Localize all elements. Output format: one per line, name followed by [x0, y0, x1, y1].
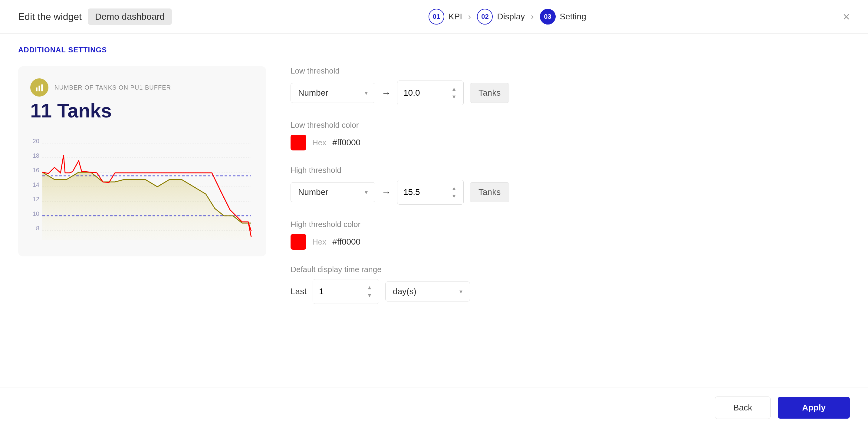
- low-threshold-color-label: Low threshold color: [290, 120, 850, 130]
- low-threshold-label: Low threshold: [290, 66, 850, 76]
- arrow-icon-1: ›: [468, 12, 471, 22]
- low-threshold-type-dropdown[interactable]: Number ▾: [290, 83, 375, 103]
- high-threshold-group: High threshold Number ▾ → ▲ ▼ Tanks: [290, 165, 850, 205]
- step-kpi[interactable]: 01 KPI: [429, 9, 462, 25]
- svg-rect-1: [39, 86, 40, 91]
- time-range-value-input[interactable]: ▲ ▼: [313, 279, 379, 304]
- svg-marker-17: [42, 172, 251, 240]
- step-circle-kpi: 01: [429, 9, 444, 25]
- time-range-row: Last ▲ ▼ day(s) ▾: [290, 279, 850, 304]
- chevron-down-icon-2: ▾: [365, 189, 368, 196]
- chart-svg: 20 18 16 14 12 10 8: [30, 128, 254, 243]
- chart-subtitle: NUMBER OF TANKS ON PU1 BUFFER: [55, 84, 171, 91]
- arrow-icon-2: ›: [531, 12, 534, 22]
- main-content: ADDITIONAL SETTINGS NUMBER OF TANKS ON P…: [0, 34, 868, 316]
- chart-header: NUMBER OF TANKS ON PU1 BUFFER: [30, 79, 254, 97]
- step-setting[interactable]: 03 Setting: [540, 9, 586, 25]
- arrow-right-icon: →: [381, 88, 391, 99]
- high-threshold-up-btn[interactable]: ▲: [451, 185, 457, 192]
- low-threshold-hex-label: Hex: [312, 138, 326, 147]
- low-threshold-row: Number ▾ → ▲ ▼ Tanks: [290, 81, 850, 105]
- chevron-down-icon-3: ▾: [459, 288, 462, 295]
- svg-text:10: 10: [33, 210, 39, 217]
- svg-text:20: 20: [33, 138, 39, 144]
- footer: Back Apply: [0, 387, 868, 428]
- chart-value: 11 Tanks: [30, 99, 254, 122]
- dashboard-badge[interactable]: Demo dashboard: [88, 8, 172, 25]
- low-threshold-color-swatch[interactable]: [290, 135, 306, 150]
- last-label: Last: [290, 287, 307, 296]
- time-range-spin: ▲ ▼: [366, 284, 373, 299]
- high-threshold-down-btn[interactable]: ▼: [451, 193, 457, 200]
- stepper: 01 KPI › 02 Display › 03 Setting: [429, 9, 586, 25]
- apply-button[interactable]: Apply: [778, 397, 850, 419]
- step-circle-display: 02: [477, 9, 493, 25]
- high-threshold-type-dropdown[interactable]: Number ▾: [290, 182, 375, 202]
- bar-chart-icon: [35, 83, 44, 92]
- low-threshold-value-input[interactable]: ▲ ▼: [397, 81, 464, 105]
- high-threshold-spin: ▲ ▼: [451, 185, 457, 200]
- edit-label: Edit the widget: [18, 11, 82, 22]
- back-button[interactable]: Back: [715, 397, 771, 419]
- high-threshold-value-input[interactable]: ▲ ▼: [397, 180, 464, 205]
- step-label-setting: Setting: [560, 12, 586, 22]
- low-threshold-up-btn[interactable]: ▲: [451, 86, 457, 92]
- high-threshold-row: Number ▾ → ▲ ▼ Tanks: [290, 180, 850, 205]
- header: Edit the widget Demo dashboard 01 KPI › …: [0, 0, 868, 34]
- time-range-label: Default display time range: [290, 265, 850, 274]
- low-threshold-color-group: Low threshold color Hex #ff0000: [290, 120, 850, 150]
- chart-icon: [30, 79, 49, 97]
- low-threshold-input-field[interactable]: [403, 88, 443, 98]
- chart-svg-wrapper: 20 18 16 14 12 10 8: [30, 128, 254, 244]
- step-label-kpi: KPI: [448, 12, 462, 22]
- step-circle-setting: 03: [540, 9, 556, 25]
- high-threshold-color-row: Hex #ff0000: [290, 234, 850, 250]
- high-threshold-unit: Tanks: [470, 182, 509, 202]
- chart-panel: NUMBER OF TANKS ON PU1 BUFFER 11 Tanks 2…: [18, 66, 266, 256]
- high-threshold-input-field[interactable]: [403, 187, 443, 197]
- high-threshold-color-label: High threshold color: [290, 220, 850, 229]
- svg-rect-2: [41, 85, 43, 91]
- arrow-right-icon-2: →: [381, 187, 391, 198]
- header-left: Edit the widget Demo dashboard: [18, 8, 172, 25]
- svg-text:18: 18: [33, 152, 39, 159]
- high-threshold-label: High threshold: [290, 165, 850, 175]
- step-label-display: Display: [497, 12, 525, 22]
- settings-panel: Low threshold Number ▾ → ▲ ▼ Tanks: [290, 66, 850, 304]
- svg-rect-0: [36, 88, 37, 91]
- low-threshold-hex-value[interactable]: #ff0000: [332, 138, 361, 147]
- high-threshold-hex-label: Hex: [312, 237, 326, 247]
- content-area: NUMBER OF TANKS ON PU1 BUFFER 11 Tanks 2…: [18, 66, 850, 304]
- step-display[interactable]: 02 Display: [477, 9, 525, 25]
- low-threshold-unit: Tanks: [470, 83, 509, 103]
- svg-text:8: 8: [36, 225, 39, 232]
- svg-text:12: 12: [33, 196, 39, 203]
- high-threshold-hex-value[interactable]: #ff0000: [332, 237, 361, 247]
- low-threshold-color-row: Hex #ff0000: [290, 135, 850, 150]
- time-unit-dropdown[interactable]: day(s) ▾: [385, 281, 470, 302]
- time-range-up-btn[interactable]: ▲: [366, 284, 373, 291]
- section-title: ADDITIONAL SETTINGS: [18, 46, 850, 54]
- low-threshold-group: Low threshold Number ▾ → ▲ ▼ Tanks: [290, 66, 850, 105]
- close-button[interactable]: ×: [843, 10, 850, 23]
- time-range-input-field[interactable]: [319, 287, 358, 296]
- svg-text:16: 16: [33, 167, 39, 174]
- time-range-group: Default display time range Last ▲ ▼ day(…: [290, 265, 850, 304]
- high-threshold-color-swatch[interactable]: [290, 234, 306, 250]
- svg-text:14: 14: [33, 181, 39, 188]
- chevron-down-icon: ▾: [365, 89, 368, 97]
- high-threshold-color-group: High threshold color Hex #ff0000: [290, 220, 850, 250]
- time-range-down-btn[interactable]: ▼: [366, 292, 373, 299]
- low-threshold-spin: ▲ ▼: [451, 86, 457, 100]
- low-threshold-down-btn[interactable]: ▼: [451, 94, 457, 100]
